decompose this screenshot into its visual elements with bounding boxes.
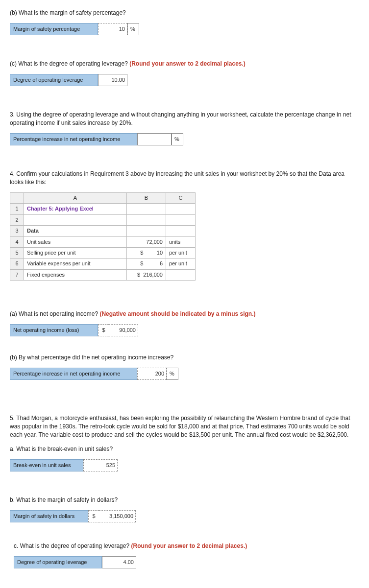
question-4a-prompt: (a) What is net operating income? (Negat… — [10, 310, 359, 318]
breakeven-input[interactable]: 525 — [83, 459, 118, 471]
question-c-answer-row: Degree of operating leverage 10.00 — [10, 74, 359, 86]
percent-unit: % — [127, 23, 139, 35]
selling-price-unit: per unit — [166, 247, 196, 258]
question-5b-answer-row: Margin of safety in dollars $ 3,150,000 — [10, 510, 359, 522]
margin-safety-pct-input[interactable]: 10 — [98, 23, 127, 35]
row-number: 3 — [10, 226, 24, 236]
row-number: 6 — [10, 259, 24, 269]
unit-sales-unit: units — [166, 236, 196, 247]
fixed-expenses-value: $ 216,000 — [127, 269, 166, 280]
breakeven-label: Break-even in unit sales — [10, 459, 83, 471]
var-expenses-unit: per unit — [166, 259, 196, 269]
table-row: 5 Selling price per unit $ 10 per unit — [10, 247, 196, 258]
question-5-intro: 5. Thad Morgan, a motorcycle enthusiast,… — [10, 414, 359, 439]
question-5: 5. Thad Morgan, a motorcycle enthusiast,… — [10, 414, 359, 471]
question-4a-text: (a) What is net operating income? — [10, 310, 99, 317]
question-4a-answer-row: Net operating income (loss) $ 90,000 — [10, 324, 359, 336]
question-3-prompt: 3. Using the degree of operating leverag… — [10, 111, 359, 127]
table-row: 6 Variable expenses per unit $ 6 per uni… — [10, 259, 196, 269]
table-row: 2 — [10, 214, 196, 225]
question-4-prompt: 4. Confirm your calculations in Requirem… — [10, 170, 359, 187]
row-number: 7 — [10, 269, 24, 280]
cell — [166, 226, 196, 236]
pct-increase-noi-input-2[interactable]: 200 — [137, 368, 167, 380]
fixed-expenses-label: Fixed expenses — [24, 269, 127, 280]
question-5c: c. What is the degree of operating lever… — [14, 542, 359, 568]
rounding-hint: (Round your answer to 2 decimal places.) — [129, 60, 246, 67]
negative-hint: (Negative amount should be indicated by … — [99, 310, 255, 317]
margin-safety-dollars-label: Margin of safety in dollars — [10, 510, 88, 522]
table-row: 3 Data — [10, 226, 196, 236]
question-5a-prompt: a. What is the break-even in unit sales? — [10, 445, 359, 453]
corner-cell — [10, 192, 24, 203]
table-row: 4 Unit sales 72,000 units — [10, 236, 196, 247]
question-b-prompt: (b) What is the margin of safety percent… — [10, 9, 359, 17]
question-c-text: (c) What is the degree of operating leve… — [10, 60, 129, 67]
question-5c-prompt: c. What is the degree of operating lever… — [14, 542, 359, 550]
question-4b: (b) By what percentage did the net opera… — [10, 353, 359, 380]
selling-price-label: Selling price per unit — [24, 247, 127, 258]
margin-safety-pct-label: Margin of safety percentage — [10, 23, 98, 35]
col-c-header: C — [166, 192, 196, 203]
selling-price-value: $ 10 — [127, 247, 166, 258]
question-4a: (a) What is net operating income? (Negat… — [10, 310, 359, 336]
question-5b-prompt: b. What is the margin of safety in dolla… — [10, 496, 359, 504]
table-row: 7 Fixed expenses $ 216,000 — [10, 269, 196, 280]
cell — [166, 214, 196, 225]
question-c-prompt: (c) What is the degree of operating leve… — [10, 60, 359, 68]
question-c: (c) What is the degree of operating leve… — [10, 60, 359, 86]
question-3: 3. Using the degree of operating leverag… — [10, 111, 359, 145]
noi-label: Net operating income (loss) — [10, 324, 98, 336]
table-header-row: A B C — [10, 192, 196, 203]
chapter-title-cell: Chapter 5: Applying Excel — [24, 204, 127, 214]
fixed-expenses-unit — [166, 269, 196, 280]
cell — [127, 214, 166, 225]
col-a-header: A — [24, 192, 127, 203]
dollar-prefix: $ — [98, 324, 109, 336]
cell — [24, 214, 127, 225]
question-4b-answer-row: Percentage increase in net operating inc… — [10, 368, 359, 380]
percent-unit: % — [167, 368, 178, 380]
dollar-prefix: $ — [88, 510, 99, 522]
cell — [127, 226, 166, 236]
excel-data-table: A B C 1 Chapter 5: Applying Excel 2 3 Da… — [10, 192, 196, 281]
var-expenses-label: Variable expenses per unit — [24, 259, 127, 269]
var-expenses-value: $ 6 — [127, 259, 166, 269]
question-4: 4. Confirm your calculations in Requirem… — [10, 170, 359, 281]
operating-leverage-label-2: Degree of operating leverage — [14, 556, 102, 568]
table-row: 1 Chapter 5: Applying Excel — [10, 204, 196, 214]
unit-sales-label: Unit sales — [24, 236, 127, 247]
row-number: 2 — [10, 214, 24, 225]
question-4b-prompt: (b) By what percentage did the net opera… — [10, 353, 359, 362]
percent-unit: % — [172, 133, 183, 145]
margin-safety-dollars-input[interactable]: 3,150,000 — [99, 510, 136, 522]
unit-sales-value: 72,000 — [127, 236, 166, 247]
operating-leverage-input-2[interactable]: 4.00 — [102, 556, 136, 568]
rounding-hint: (Round your answer to 2 decimal places.) — [131, 542, 247, 549]
question-5b: b. What is the margin of safety in dolla… — [10, 496, 359, 522]
cell — [127, 204, 166, 214]
question-b: (b) What is the margin of safety percent… — [10, 9, 359, 35]
operating-leverage-input[interactable]: 10.00 — [98, 74, 127, 86]
question-3-answer-row: Percentage increase in net operating inc… — [10, 133, 359, 145]
row-number: 4 — [10, 236, 24, 247]
question-5a-answer-row: Break-even in unit sales 525 — [10, 459, 359, 471]
pct-increase-noi-label-2: Percentage increase in net operating inc… — [10, 368, 137, 380]
question-5c-text: c. What is the degree of operating lever… — [14, 542, 131, 549]
col-b-header: B — [127, 192, 166, 203]
data-header-cell: Data — [24, 226, 127, 236]
noi-input[interactable]: 90,000 — [109, 324, 138, 336]
operating-leverage-label: Degree of operating leverage — [10, 74, 98, 86]
cell — [166, 204, 196, 214]
question-b-answer-row: Margin of safety percentage 10 % — [10, 23, 359, 35]
question-5c-answer-row: Degree of operating leverage 4.00 — [14, 556, 359, 568]
pct-increase-noi-label: Percentage increase in net operating inc… — [10, 133, 137, 145]
row-number: 5 — [10, 247, 24, 258]
row-number: 1 — [10, 204, 24, 214]
pct-increase-noi-input[interactable] — [137, 133, 172, 145]
